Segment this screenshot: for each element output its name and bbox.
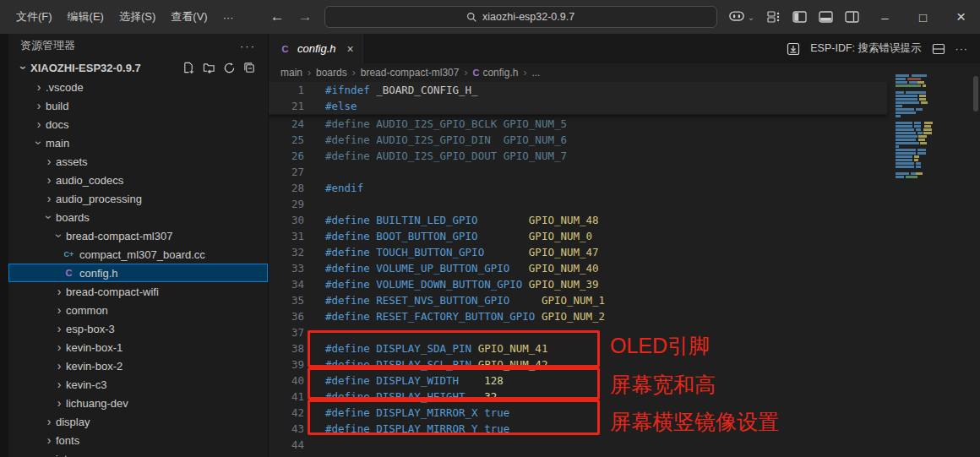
new-folder-icon[interactable]	[203, 62, 215, 74]
minimap-row	[896, 105, 950, 107]
tree-item-label: boards	[56, 211, 90, 224]
line-number: 34	[269, 276, 304, 292]
sidebar-item-iot[interactable]: ›iot	[8, 449, 268, 457]
sticky-scroll: 1#ifndef _BOARD_CONFIG_H_21#else	[269, 82, 887, 115]
toggle-secondary-sidebar-icon[interactable]	[845, 10, 859, 24]
toggle-sidebar-icon[interactable]	[792, 10, 807, 24]
breadcrumb-item-main[interactable]: main	[280, 67, 302, 79]
annotation-box-1	[308, 330, 600, 367]
minimap[interactable]	[896, 74, 950, 179]
scrollbar-thumb[interactable]	[973, 76, 978, 112]
sidebar-item-bread-compact-ml307[interactable]: ›bread-compact-ml307	[8, 226, 268, 245]
sidebar-item-display[interactable]: ›display	[8, 412, 268, 431]
split-editor-icon[interactable]	[932, 42, 945, 56]
copilot-menu[interactable]: ⌄	[729, 11, 754, 23]
sidebar-item-bread-compact-wifi[interactable]: ›bread-compact-wifi	[8, 282, 268, 301]
menu-文件F[interactable]: 文件(F)	[8, 6, 60, 28]
minimap-row	[896, 172, 950, 175]
sidebar-item-kevin-box-2[interactable]: ›kevin-box-2	[8, 356, 268, 375]
minimap-row	[896, 118, 950, 121]
tree-item-label: common	[66, 304, 108, 317]
sidebar-item-fonts[interactable]: ›fonts	[8, 431, 268, 449]
code-line-1: 1#ifndef _BOARD_CONFIG_H_	[269, 82, 887, 98]
tree-item-label: bread-compact-wifi	[66, 286, 159, 298]
sidebar-item-boards[interactable]: ›boards	[8, 208, 268, 226]
history-back-icon[interactable]: ←	[270, 8, 285, 25]
menu-···[interactable]: ···	[215, 8, 242, 27]
sidebar-item-build[interactable]: ›build	[8, 96, 268, 115]
search-value: xiaozhi-esp32-0.9.7	[482, 11, 574, 23]
workspace-root-folder[interactable]: › XIAOZHI-ESP32-0.9.7	[8, 57, 268, 78]
minimap-row	[896, 95, 950, 97]
cpp-file-icon: C+	[63, 248, 75, 261]
editor-group: C config.h × ESP-IDF: 搜索错误提示 ··· main›bo…	[269, 34, 980, 457]
c-file-icon: C	[472, 68, 479, 78]
minimap-row	[896, 91, 950, 94]
minimap-row	[896, 81, 950, 84]
history-forward-icon[interactable]: →	[298, 8, 313, 25]
sidebar-item-kevin-box-1[interactable]: ›kevin-box-1	[8, 338, 268, 356]
sidebar-item-audio-processing[interactable]: ›audio_processing	[8, 189, 268, 208]
file-tree: ›.vscode›build›docs›main›assets›audio_co…	[8, 78, 268, 457]
code-line-21: 21#else	[269, 98, 887, 114]
breadcrumb-item-config-h[interactable]: Cconfig.h	[472, 67, 518, 79]
toggle-panel-icon[interactable]	[819, 10, 833, 24]
new-file-icon[interactable]	[182, 62, 195, 74]
close-button[interactable]: ×	[942, 0, 980, 34]
sidebar-item--vscode[interactable]: ›.vscode	[8, 78, 268, 96]
code-editor[interactable]: 1#ifndef _BOARD_CONFIG_H_21#else 24#defi…	[269, 82, 980, 457]
sidebar-item-kevin-c3[interactable]: ›kevin-c3	[8, 375, 268, 394]
chevron-right-icon: ›	[42, 173, 56, 187]
refresh-icon[interactable]	[223, 62, 236, 74]
tree-item-label: config.h	[79, 267, 118, 280]
sidebar-item-config-h[interactable]: Cconfig.h	[8, 264, 268, 282]
code-line-31: 31#define BOOT_BUTTON_GPIO GPIO_NUM_0	[269, 228, 980, 244]
breadcrumb-item-bread-compact-ml307[interactable]: bread-compact-ml307	[361, 67, 460, 79]
maximize-button[interactable]: □	[904, 0, 942, 34]
sidebar-item-main[interactable]: ›main	[8, 133, 268, 152]
code-line-36: 36#define RESET_FACTORY_BUTTON_GPIO GPIO…	[269, 308, 980, 324]
chevron-down-icon: ›	[17, 61, 30, 74]
more-actions-icon[interactable]: ···	[956, 43, 969, 55]
esp-idf-search-errors-button[interactable]: ESP-IDF: 搜索错误提示	[810, 41, 921, 56]
breadcrumb-item-boards[interactable]: boards	[316, 67, 347, 79]
menu-查看V[interactable]: 查看(V)	[163, 6, 215, 28]
esp-flash-icon[interactable]	[787, 42, 800, 56]
sidebar-item-esp-box-3[interactable]: ›esp-box-3	[8, 319, 268, 338]
sidebar-item-audio-codecs[interactable]: ›audio_codecs	[8, 171, 268, 189]
breadcrumb-separator: ›	[308, 67, 311, 79]
code-line-26: 26#define AUDIO_I2S_GPIO_DOUT GPIO_NUM_7	[269, 148, 980, 164]
minimap-row	[896, 108, 950, 111]
line-number: 37	[269, 324, 304, 340]
minimap-row	[896, 145, 950, 148]
breadcrumb-item--[interactable]: ...	[531, 67, 540, 79]
minimap-row	[896, 98, 950, 101]
sidebar-item-docs[interactable]: ›docs	[8, 115, 268, 133]
breadcrumb-separator: ›	[523, 67, 526, 79]
sidebar-item-common[interactable]: ›common	[8, 301, 268, 319]
chevron-right-icon: ›	[52, 396, 66, 410]
breadcrumb-separator: ›	[352, 67, 356, 79]
minimize-button[interactable]: –	[866, 0, 904, 34]
chevron-right-icon: ›	[32, 80, 46, 94]
customize-layout-icon[interactable]	[767, 10, 781, 24]
root-folder-label: XIAOZHI-ESP32-0.9.7	[30, 62, 141, 74]
sidebar-item-lichuang-dev[interactable]: ›lichuang-dev	[8, 394, 268, 412]
minimap-row	[896, 135, 950, 138]
minimap-row	[896, 169, 950, 171]
command-center-search[interactable]: xiaozhi-esp32-0.9.7	[324, 6, 717, 28]
collapse-all-icon[interactable]	[243, 62, 256, 74]
minimap-row	[896, 74, 950, 77]
sidebar-item-assets[interactable]: ›assets	[8, 152, 268, 171]
line-number: 44	[269, 437, 304, 453]
tab-config-h[interactable]: C config.h ×	[269, 34, 363, 63]
line-number: 30	[269, 212, 304, 228]
close-tab-icon[interactable]: ×	[347, 42, 354, 56]
code-line-45: 45	[269, 453, 980, 457]
explorer-more-icon[interactable]: ···	[240, 40, 256, 52]
menu-选择S[interactable]: 选择(S)	[112, 6, 163, 28]
tab-bar: C config.h × ESP-IDF: 搜索错误提示 ···	[269, 34, 980, 63]
tree-item-label: kevin-box-1	[66, 341, 122, 354]
sidebar-item-compact-ml307-board-cc[interactable]: C+compact_ml307_board.cc	[8, 245, 268, 264]
menu-编辑E[interactable]: 编辑(E)	[60, 6, 112, 28]
